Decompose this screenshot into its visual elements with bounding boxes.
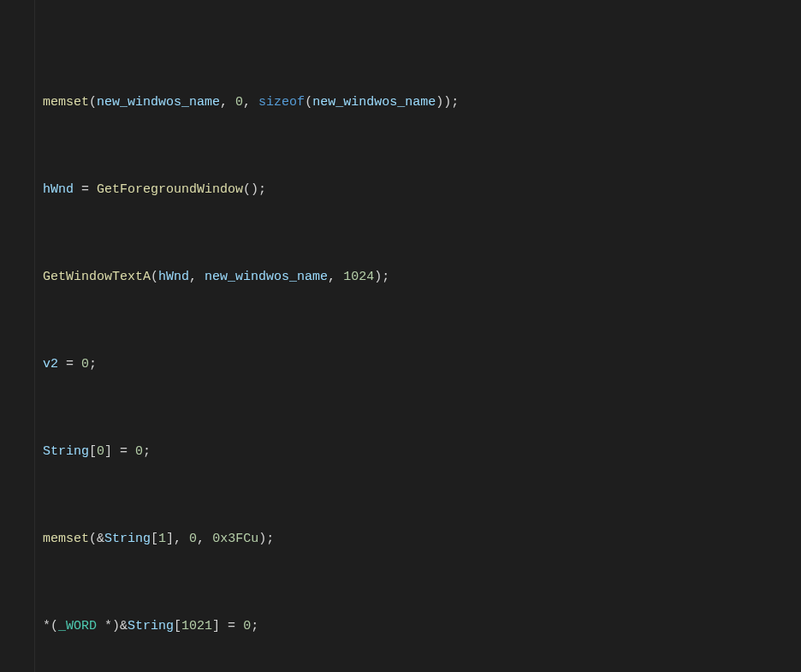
number: 1024: [343, 270, 374, 284]
identifier: String: [104, 532, 151, 546]
number: 0x3FCu: [212, 532, 258, 546]
code-line: *(_WORD *)&String[1021] = 0;: [0, 616, 801, 638]
code-line: String[0] = 0;: [0, 441, 801, 463]
function-call: memset: [43, 95, 89, 110]
code-line: v2 = 0;: [0, 354, 801, 376]
operator: *: [43, 619, 50, 633]
number: 0: [135, 444, 143, 459]
code-line: GetWindowTextA(hWnd, new_windwos_name, 1…: [0, 266, 801, 288]
code-editor[interactable]: memset(new_windwos_name, 0, sizeof(new_w…: [0, 0, 801, 672]
identifier: hWnd: [43, 182, 74, 197]
function-call: GetWindowTextA: [43, 270, 151, 284]
code-line: hWnd = GetForegroundWindow();: [0, 179, 801, 201]
identifier: hWnd: [158, 270, 189, 284]
number: 0: [243, 619, 251, 633]
identifier: v2: [43, 357, 58, 372]
number: 0: [189, 532, 197, 546]
identifier: new_windwos_name: [205, 270, 328, 284]
type: _WORD: [58, 619, 97, 633]
number: 0: [81, 357, 89, 372]
code-line: memset(&String[1], 0, 0x3FCu);: [0, 528, 801, 550]
function-call: memset: [43, 532, 89, 546]
identifier: new_windwos_name: [312, 95, 436, 110]
code-line: memset(new_windwos_name, 0, sizeof(new_w…: [0, 92, 801, 114]
identifier: String: [43, 444, 89, 459]
function-call: GetForegroundWindow: [97, 182, 243, 197]
identifier: String: [128, 619, 174, 633]
number: 0: [97, 444, 104, 459]
identifier: new_windwos_name: [97, 95, 220, 110]
number: 0: [235, 95, 243, 110]
number: 1: [158, 532, 166, 546]
keyword: sizeof: [258, 95, 305, 110]
number: 1021: [181, 619, 212, 633]
